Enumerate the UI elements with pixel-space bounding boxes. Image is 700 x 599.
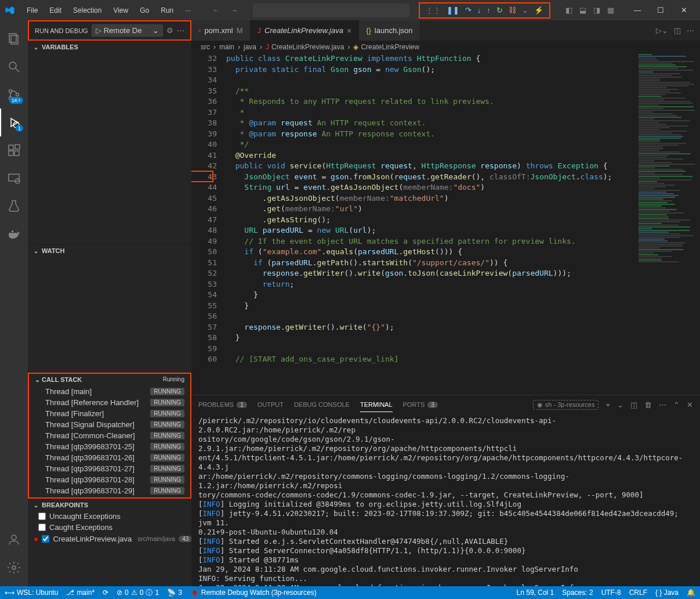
panel-tab-terminal[interactable]: TERMINAL xyxy=(360,398,393,412)
callstack-item[interactable]: Thread [qtp399683701-29]RUNNING xyxy=(29,485,190,496)
variables-header[interactable]: ⌄ VARIABLES xyxy=(28,41,191,53)
breakpoints-header[interactable]: ⌄ BREAKPOINTS xyxy=(28,499,191,511)
step-into-icon[interactable]: ↓ xyxy=(477,6,481,15)
callstack-item[interactable]: Thread [qtp399683701-26]RUNNING xyxy=(29,452,190,463)
tab-pom[interactable]: ◦ pom.xml M xyxy=(191,20,251,41)
activity-source-control[interactable]: 1K+ xyxy=(0,81,28,109)
callstack-item[interactable]: Thread [main]RUNNING xyxy=(29,386,190,397)
bp-file-checkbox[interactable] xyxy=(42,535,49,543)
drag-handle-icon[interactable]: ⋮⋮ xyxy=(426,6,441,15)
layout-customize-icon[interactable]: ▦ xyxy=(605,3,616,17)
callstack-item[interactable]: Thread [Common-Cleaner]RUNNING xyxy=(29,430,190,441)
close-icon[interactable]: × xyxy=(347,26,351,35)
split-editor-icon[interactable]: ◫ xyxy=(674,26,681,35)
breadcrumb-item[interactable]: CreateLinkPreview.java xyxy=(271,43,344,51)
menu-edit[interactable]: Edit xyxy=(45,4,66,17)
layout-panel-left-icon[interactable]: ◧ xyxy=(563,3,575,17)
status-cursor[interactable]: Ln 59, Col 1 xyxy=(517,589,554,597)
step-out-icon[interactable]: ↑ xyxy=(487,6,491,15)
command-center-search[interactable] xyxy=(253,3,409,17)
callstack-item[interactable]: Thread [qtp399683701-28]RUNNING xyxy=(29,474,190,485)
trash-icon[interactable]: 🗑 xyxy=(644,400,652,409)
callstack-item[interactable]: Thread [qtp399683701-27]RUNNING xyxy=(29,463,190,474)
more-icon[interactable]: ⋯ xyxy=(177,26,184,35)
restart-icon[interactable]: ↻ xyxy=(496,6,503,15)
activity-settings[interactable] xyxy=(0,554,28,582)
tab-create-link-preview[interactable]: J CreateLinkPreview.java × xyxy=(251,20,360,41)
nav-forward-icon[interactable]: → xyxy=(227,5,241,16)
callstack-item[interactable]: Thread [Signal Dispatcher]RUNNING xyxy=(29,419,190,430)
layout-panel-bottom-icon[interactable]: ⬓ xyxy=(577,3,589,17)
status-indent[interactable]: Spaces: 2 xyxy=(562,589,593,597)
bp-uncaught-checkbox[interactable] xyxy=(38,513,46,520)
maximize-icon[interactable]: ☐ xyxy=(649,2,672,19)
status-eol[interactable]: CRLF xyxy=(629,589,647,597)
minimap[interactable] xyxy=(636,53,700,395)
disconnect-icon[interactable]: ⛓ xyxy=(509,6,516,15)
callstack-item[interactable]: Thread [Finalizer]RUNNING xyxy=(29,408,190,419)
panel-tab-ports[interactable]: PORTS 3 xyxy=(403,398,438,412)
watch-header[interactable]: ⌄ WATCH xyxy=(28,245,191,257)
close-panel-icon[interactable]: ✕ xyxy=(687,400,693,409)
new-terminal-icon[interactable]: + xyxy=(605,400,610,409)
status-branch[interactable]: ⎇main* xyxy=(66,589,95,597)
close-icon[interactable]: ✕ xyxy=(672,2,695,19)
activity-explorer[interactable] xyxy=(0,25,28,53)
status-notifications[interactable]: 🔔 xyxy=(687,589,695,597)
activity-remote[interactable] xyxy=(0,164,28,192)
breadcrumb-item[interactable]: main xyxy=(219,43,234,51)
breadcrumb-item[interactable]: CreateLinkPreview xyxy=(361,43,419,51)
layout-panel-right-icon[interactable]: ◨ xyxy=(591,3,603,17)
callstack-item[interactable]: Thread [qtp399683701-25]RUNNING xyxy=(29,441,190,452)
panel-tab-debug-console[interactable]: DEBUG CONSOLE xyxy=(294,398,350,412)
breadcrumb-item[interactable]: java xyxy=(244,43,256,51)
activity-testing[interactable] xyxy=(0,192,28,220)
status-remote[interactable]: ⟷WSL: Ubuntu xyxy=(5,589,58,597)
chevron-down-icon[interactable]: ⌄ xyxy=(617,400,623,409)
nav-back-icon[interactable]: ← xyxy=(209,5,223,16)
status-encoding[interactable]: UTF-8 xyxy=(601,589,621,597)
run-icon[interactable]: ▷⌄ xyxy=(656,26,668,35)
status-sync[interactable]: ⟳ xyxy=(103,589,108,597)
menu-selection[interactable]: Selection xyxy=(68,4,106,17)
callstack-item[interactable]: Thread [Reference Handler]RUNNING xyxy=(29,397,190,408)
step-over-icon[interactable]: ↷ xyxy=(465,6,471,15)
status-ports[interactable]: 📡3 xyxy=(167,589,182,597)
tab-launch-json[interactable]: {} launch.json xyxy=(359,20,420,41)
bp-caught-checkbox[interactable] xyxy=(38,524,46,531)
menu-more[interactable]: ··· xyxy=(180,4,195,17)
activity-docker[interactable] xyxy=(0,220,28,248)
terminal-content[interactable]: /pierrick/.m2/repository/io/cloudevents/… xyxy=(191,414,700,586)
terminal-selector[interactable]: ◉ sh - 3p-resources xyxy=(533,400,599,410)
more-icon[interactable]: ⋯ xyxy=(659,400,666,409)
bp-file[interactable]: ● CreateLinkPreview.java src/main/java 4… xyxy=(28,533,191,544)
menu-file[interactable]: File xyxy=(22,4,42,17)
activity-run-debug[interactable]: 1 xyxy=(0,109,28,136)
activity-account[interactable] xyxy=(0,526,28,554)
bp-uncaught[interactable]: Uncaught Exceptions xyxy=(28,511,191,522)
debug-config-selector[interactable]: ▷ Remote De ⌄ xyxy=(92,24,163,37)
pause-icon[interactable]: ❚❚ xyxy=(447,6,459,15)
callstack-header[interactable]: ⌄ CALL STACK Running xyxy=(29,374,190,386)
chevron-down-icon[interactable]: ⌄ xyxy=(522,6,528,15)
chevron-up-icon[interactable]: ⌃ xyxy=(673,400,680,409)
minimize-icon[interactable]: — xyxy=(626,2,649,19)
bp-caught[interactable]: Caught Exceptions xyxy=(28,522,191,533)
status-problems[interactable]: ⊘0 ⚠0 ⓘ1 xyxy=(117,588,159,598)
activity-search[interactable] xyxy=(0,53,28,81)
status-debug-target[interactable]: 🐞Remote Debug Watch (3p-resources) xyxy=(190,589,317,597)
breadcrumb-item[interactable]: src xyxy=(201,43,210,51)
breadcrumbs[interactable]: src› main› java› J CreateLinkPreview.jav… xyxy=(191,41,700,53)
menu-run[interactable]: Run xyxy=(156,4,178,17)
menu-go[interactable]: Go xyxy=(135,4,154,17)
more-icon[interactable]: ⋯ xyxy=(687,26,694,35)
panel-tab-output[interactable]: OUTPUT xyxy=(257,398,284,412)
activity-extensions[interactable] xyxy=(0,136,28,164)
panel-tab-problems[interactable]: PROBLEMS 1 xyxy=(198,398,247,412)
editor-content[interactable]: 3233343536373839404142434445464748495051… xyxy=(191,53,700,395)
status-language[interactable]: { } Java xyxy=(655,589,679,597)
split-terminal-icon[interactable]: ◫ xyxy=(630,400,637,409)
gear-icon[interactable]: ⚙ xyxy=(166,26,173,35)
hot-reload-icon[interactable]: ⚡ xyxy=(534,6,543,15)
menu-view[interactable]: View xyxy=(108,4,133,17)
